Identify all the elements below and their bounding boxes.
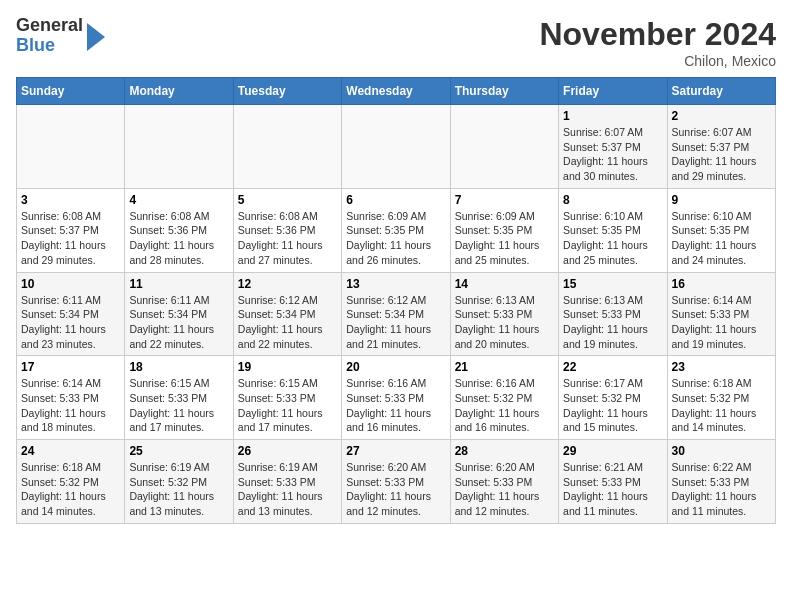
calendar-cell: 5Sunrise: 6:08 AM Sunset: 5:36 PM Daylig… <box>233 188 341 272</box>
day-number: 27 <box>346 444 445 458</box>
calendar-cell: 16Sunrise: 6:14 AM Sunset: 5:33 PM Dayli… <box>667 272 775 356</box>
day-info: Sunrise: 6:15 AM Sunset: 5:33 PM Dayligh… <box>129 376 228 435</box>
day-info: Sunrise: 6:19 AM Sunset: 5:33 PM Dayligh… <box>238 460 337 519</box>
calendar-cell: 7Sunrise: 6:09 AM Sunset: 5:35 PM Daylig… <box>450 188 558 272</box>
calendar-cell: 23Sunrise: 6:18 AM Sunset: 5:32 PM Dayli… <box>667 356 775 440</box>
calendar-cell <box>233 105 341 189</box>
calendar-cell <box>342 105 450 189</box>
calendar-week-row: 24Sunrise: 6:18 AM Sunset: 5:32 PM Dayli… <box>17 440 776 524</box>
calendar-cell: 15Sunrise: 6:13 AM Sunset: 5:33 PM Dayli… <box>559 272 667 356</box>
day-number: 19 <box>238 360 337 374</box>
day-info: Sunrise: 6:16 AM Sunset: 5:32 PM Dayligh… <box>455 376 554 435</box>
calendar-cell: 6Sunrise: 6:09 AM Sunset: 5:35 PM Daylig… <box>342 188 450 272</box>
day-info: Sunrise: 6:13 AM Sunset: 5:33 PM Dayligh… <box>563 293 662 352</box>
day-of-week-header: Saturday <box>667 78 775 105</box>
day-info: Sunrise: 6:08 AM Sunset: 5:36 PM Dayligh… <box>238 209 337 268</box>
day-info: Sunrise: 6:09 AM Sunset: 5:35 PM Dayligh… <box>346 209 445 268</box>
calendar-cell: 20Sunrise: 6:16 AM Sunset: 5:33 PM Dayli… <box>342 356 450 440</box>
day-number: 10 <box>21 277 120 291</box>
day-info: Sunrise: 6:20 AM Sunset: 5:33 PM Dayligh… <box>346 460 445 519</box>
day-of-week-header: Wednesday <box>342 78 450 105</box>
day-number: 24 <box>21 444 120 458</box>
day-info: Sunrise: 6:13 AM Sunset: 5:33 PM Dayligh… <box>455 293 554 352</box>
calendar-cell: 26Sunrise: 6:19 AM Sunset: 5:33 PM Dayli… <box>233 440 341 524</box>
day-number: 20 <box>346 360 445 374</box>
title-block: November 2024 Chilon, Mexico <box>539 16 776 69</box>
day-number: 3 <box>21 193 120 207</box>
calendar-cell: 18Sunrise: 6:15 AM Sunset: 5:33 PM Dayli… <box>125 356 233 440</box>
day-number: 8 <box>563 193 662 207</box>
day-number: 15 <box>563 277 662 291</box>
calendar-cell: 19Sunrise: 6:15 AM Sunset: 5:33 PM Dayli… <box>233 356 341 440</box>
day-info: Sunrise: 6:21 AM Sunset: 5:33 PM Dayligh… <box>563 460 662 519</box>
day-of-week-header: Monday <box>125 78 233 105</box>
day-info: Sunrise: 6:11 AM Sunset: 5:34 PM Dayligh… <box>21 293 120 352</box>
calendar-week-row: 1Sunrise: 6:07 AM Sunset: 5:37 PM Daylig… <box>17 105 776 189</box>
calendar-cell: 11Sunrise: 6:11 AM Sunset: 5:34 PM Dayli… <box>125 272 233 356</box>
day-info: Sunrise: 6:22 AM Sunset: 5:33 PM Dayligh… <box>672 460 771 519</box>
calendar-subtitle: Chilon, Mexico <box>539 53 776 69</box>
day-info: Sunrise: 6:10 AM Sunset: 5:35 PM Dayligh… <box>672 209 771 268</box>
calendar-cell: 25Sunrise: 6:19 AM Sunset: 5:32 PM Dayli… <box>125 440 233 524</box>
calendar-cell: 27Sunrise: 6:20 AM Sunset: 5:33 PM Dayli… <box>342 440 450 524</box>
day-number: 13 <box>346 277 445 291</box>
day-info: Sunrise: 6:12 AM Sunset: 5:34 PM Dayligh… <box>346 293 445 352</box>
day-number: 18 <box>129 360 228 374</box>
calendar-title: November 2024 <box>539 16 776 53</box>
day-info: Sunrise: 6:20 AM Sunset: 5:33 PM Dayligh… <box>455 460 554 519</box>
day-info: Sunrise: 6:08 AM Sunset: 5:37 PM Dayligh… <box>21 209 120 268</box>
logo-arrow-icon <box>87 23 105 51</box>
calendar-cell: 2Sunrise: 6:07 AM Sunset: 5:37 PM Daylig… <box>667 105 775 189</box>
calendar-cell: 17Sunrise: 6:14 AM Sunset: 5:33 PM Dayli… <box>17 356 125 440</box>
page-header: General Blue November 2024 Chilon, Mexic… <box>16 16 776 69</box>
calendar-cell: 14Sunrise: 6:13 AM Sunset: 5:33 PM Dayli… <box>450 272 558 356</box>
day-number: 5 <box>238 193 337 207</box>
day-number: 4 <box>129 193 228 207</box>
day-of-week-header: Sunday <box>17 78 125 105</box>
day-number: 2 <box>672 109 771 123</box>
calendar-cell: 4Sunrise: 6:08 AM Sunset: 5:36 PM Daylig… <box>125 188 233 272</box>
logo-general: General <box>16 15 83 35</box>
calendar-cell <box>450 105 558 189</box>
day-number: 16 <box>672 277 771 291</box>
calendar-table: SundayMondayTuesdayWednesdayThursdayFrid… <box>16 77 776 524</box>
calendar-cell: 13Sunrise: 6:12 AM Sunset: 5:34 PM Dayli… <box>342 272 450 356</box>
day-of-week-header: Tuesday <box>233 78 341 105</box>
day-number: 12 <box>238 277 337 291</box>
calendar-week-row: 10Sunrise: 6:11 AM Sunset: 5:34 PM Dayli… <box>17 272 776 356</box>
calendar-week-row: 17Sunrise: 6:14 AM Sunset: 5:33 PM Dayli… <box>17 356 776 440</box>
day-of-week-header: Friday <box>559 78 667 105</box>
calendar-header: SundayMondayTuesdayWednesdayThursdayFrid… <box>17 78 776 105</box>
day-info: Sunrise: 6:11 AM Sunset: 5:34 PM Dayligh… <box>129 293 228 352</box>
calendar-cell: 3Sunrise: 6:08 AM Sunset: 5:37 PM Daylig… <box>17 188 125 272</box>
day-number: 11 <box>129 277 228 291</box>
calendar-cell: 29Sunrise: 6:21 AM Sunset: 5:33 PM Dayli… <box>559 440 667 524</box>
logo: General Blue <box>16 16 105 56</box>
calendar-cell <box>17 105 125 189</box>
day-info: Sunrise: 6:10 AM Sunset: 5:35 PM Dayligh… <box>563 209 662 268</box>
calendar-cell: 10Sunrise: 6:11 AM Sunset: 5:34 PM Dayli… <box>17 272 125 356</box>
day-number: 21 <box>455 360 554 374</box>
day-info: Sunrise: 6:07 AM Sunset: 5:37 PM Dayligh… <box>563 125 662 184</box>
day-header-row: SundayMondayTuesdayWednesdayThursdayFrid… <box>17 78 776 105</box>
day-info: Sunrise: 6:18 AM Sunset: 5:32 PM Dayligh… <box>21 460 120 519</box>
day-number: 25 <box>129 444 228 458</box>
day-info: Sunrise: 6:08 AM Sunset: 5:36 PM Dayligh… <box>129 209 228 268</box>
day-number: 26 <box>238 444 337 458</box>
day-number: 7 <box>455 193 554 207</box>
calendar-cell: 12Sunrise: 6:12 AM Sunset: 5:34 PM Dayli… <box>233 272 341 356</box>
day-of-week-header: Thursday <box>450 78 558 105</box>
calendar-cell: 28Sunrise: 6:20 AM Sunset: 5:33 PM Dayli… <box>450 440 558 524</box>
calendar-cell: 22Sunrise: 6:17 AM Sunset: 5:32 PM Dayli… <box>559 356 667 440</box>
day-number: 22 <box>563 360 662 374</box>
calendar-cell: 1Sunrise: 6:07 AM Sunset: 5:37 PM Daylig… <box>559 105 667 189</box>
day-number: 9 <box>672 193 771 207</box>
day-info: Sunrise: 6:18 AM Sunset: 5:32 PM Dayligh… <box>672 376 771 435</box>
calendar-cell: 9Sunrise: 6:10 AM Sunset: 5:35 PM Daylig… <box>667 188 775 272</box>
calendar-cell: 30Sunrise: 6:22 AM Sunset: 5:33 PM Dayli… <box>667 440 775 524</box>
day-info: Sunrise: 6:07 AM Sunset: 5:37 PM Dayligh… <box>672 125 771 184</box>
calendar-body: 1Sunrise: 6:07 AM Sunset: 5:37 PM Daylig… <box>17 105 776 524</box>
day-info: Sunrise: 6:09 AM Sunset: 5:35 PM Dayligh… <box>455 209 554 268</box>
calendar-cell: 8Sunrise: 6:10 AM Sunset: 5:35 PM Daylig… <box>559 188 667 272</box>
day-number: 1 <box>563 109 662 123</box>
